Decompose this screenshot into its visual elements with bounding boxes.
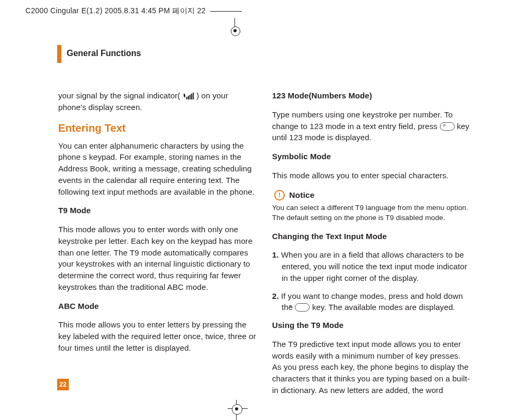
abc-mode-body: This mode allows you to enter letters by… — [58, 319, 256, 353]
entering-text-body: You can enter alphanumeric characters by… — [58, 140, 256, 198]
svg-rect-2 — [190, 95, 191, 99]
svg-rect-0 — [186, 97, 187, 99]
entering-text-heading: Entering Text — [58, 121, 256, 136]
signal-bars-icon — [183, 93, 194, 100]
symbolic-mode-heading: Symbolic Mode — [272, 151, 470, 162]
notice-body: You can select a different T9 language f… — [272, 203, 470, 223]
changing-mode-heading: Changing the Text Input Mode — [272, 231, 470, 242]
step-2-number: 2. — [272, 291, 279, 300]
mode-123-heading: 123 Mode(Numbers Mode) — [272, 90, 470, 102]
symbolic-mode-body: This mode allows you to enter special ch… — [272, 170, 470, 181]
crop-mark-ring — [231, 26, 240, 36]
notice-row: ! Notice — [274, 189, 470, 201]
svg-rect-4 — [193, 93, 194, 99]
notice-icon: ! — [274, 190, 285, 200]
signal-paragraph: your signal by the signal indicator( ) o… — [58, 90, 256, 113]
step-1-body: When you are in a field that allows char… — [279, 250, 467, 282]
step-2: 2. If you want to change modes, press an… — [272, 290, 470, 314]
svg-rect-3 — [191, 94, 192, 99]
hash-key-icon — [295, 303, 310, 312]
abc-mode-heading: ABC Mode — [58, 300, 256, 312]
section-title: General Functions — [67, 49, 141, 58]
mode-123-body: Type numbers using one keystroke per num… — [272, 109, 470, 143]
step-1: 1. When you are in a field that allows c… — [272, 249, 470, 284]
column-left: your signal by the signal indicator( ) o… — [58, 90, 256, 404]
svg-rect-1 — [188, 96, 189, 99]
changing-mode-steps: 1. When you are in a field that allows c… — [272, 249, 470, 313]
header-meta-line: C2000 Cingular E(1.2) 2005.8.31 4:45 PM … — [25, 6, 242, 16]
header-rule — [210, 11, 242, 12]
column-right: 123 Mode(Numbers Mode) Type numbers usin… — [272, 90, 470, 404]
using-t9-body: The T9 predictive text input mode allows… — [272, 339, 470, 396]
step-2-body-post: key. The available modes are displayed. — [310, 303, 455, 312]
footer-crop-mark — [228, 400, 248, 420]
t9-mode-heading: T9 Mode — [58, 205, 256, 216]
using-t9-heading: Using the T9 Mode — [272, 319, 470, 331]
mode-123-pre: Type numbers using one keystroke per num… — [272, 110, 453, 131]
notice-label: Notice — [289, 190, 314, 199]
signal-text-pre: your signal by the signal indicator( — [58, 91, 183, 100]
page-number-badge: 22 — [57, 379, 69, 390]
t9-mode-body: This mode allows you to enter words with… — [58, 224, 256, 293]
hash-key-icon — [440, 122, 455, 131]
section-accent-bar — [57, 45, 61, 63]
meta-text: C2000 Cingular E(1.2) 2005.8.31 4:45 PM … — [25, 6, 206, 15]
step-1-number: 1. — [272, 250, 279, 259]
